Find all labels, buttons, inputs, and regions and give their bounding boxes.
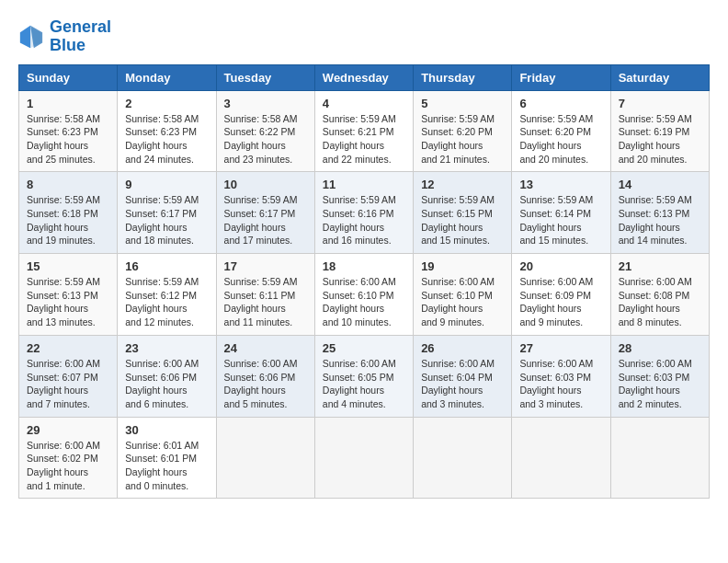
cell-content: Sunrise: 5:59 AM Sunset: 6:16 PM Dayligh… — [323, 193, 405, 247]
cell-content: Sunrise: 6:00 AM Sunset: 6:03 PM Dayligh… — [619, 357, 701, 411]
cell-content: Sunrise: 6:00 AM Sunset: 6:06 PM Dayligh… — [125, 357, 208, 411]
calendar-cell: 16 Sunrise: 5:59 AM Sunset: 6:12 PM Dayl… — [118, 254, 216, 336]
calendar-cell — [610, 417, 709, 499]
cell-content: Sunrise: 5:59 AM Sunset: 6:15 PM Dayligh… — [421, 193, 504, 247]
calendar-cell: 19 Sunrise: 6:00 AM Sunset: 6:10 PM Dayl… — [414, 254, 512, 336]
day-number: 12 — [421, 178, 504, 191]
day-number: 26 — [421, 341, 504, 355]
cell-content: Sunrise: 6:00 AM Sunset: 6:03 PM Dayligh… — [519, 357, 602, 411]
day-number: 2 — [125, 97, 208, 110]
cell-content: Sunrise: 6:00 AM Sunset: 6:08 PM Dayligh… — [619, 275, 701, 329]
calendar-cell — [314, 417, 413, 499]
calendar-cell: 10 Sunrise: 5:59 AM Sunset: 6:17 PM Dayl… — [216, 172, 314, 254]
calendar-cell — [512, 417, 610, 499]
calendar-cell: 9 Sunrise: 5:59 AM Sunset: 6:17 PM Dayli… — [118, 172, 216, 254]
calendar-body: 1 Sunrise: 5:58 AM Sunset: 6:23 PM Dayli… — [19, 90, 710, 499]
weekday-tuesday: Tuesday — [216, 64, 314, 90]
calendar-cell: 27 Sunrise: 6:00 AM Sunset: 6:03 PM Dayl… — [512, 335, 610, 417]
logo-text: General Blue — [50, 18, 111, 55]
cell-content: Sunrise: 5:59 AM Sunset: 6:13 PM Dayligh… — [27, 275, 109, 329]
cell-content: Sunrise: 6:00 AM Sunset: 6:02 PM Dayligh… — [27, 439, 109, 493]
calendar-cell: 11 Sunrise: 5:59 AM Sunset: 6:16 PM Dayl… — [314, 172, 413, 254]
day-number: 24 — [224, 341, 307, 355]
calendar-cell: 20 Sunrise: 6:00 AM Sunset: 6:09 PM Dayl… — [512, 254, 610, 336]
day-number: 23 — [125, 341, 208, 355]
calendar-cell: 29 Sunrise: 6:00 AM Sunset: 6:02 PM Dayl… — [19, 417, 118, 499]
day-number: 11 — [323, 178, 405, 191]
weekday-wednesday: Wednesday — [314, 64, 413, 90]
cell-content: Sunrise: 5:59 AM Sunset: 6:19 PM Dayligh… — [619, 112, 701, 167]
calendar-cell: 6 Sunrise: 5:59 AM Sunset: 6:20 PM Dayli… — [512, 90, 610, 172]
calendar-cell: 7 Sunrise: 5:59 AM Sunset: 6:19 PM Dayli… — [610, 90, 709, 172]
weekday-monday: Monday — [118, 64, 216, 90]
calendar-cell: 3 Sunrise: 5:58 AM Sunset: 6:22 PM Dayli… — [216, 90, 314, 172]
logo-icon — [18, 24, 44, 50]
cell-content: Sunrise: 5:59 AM Sunset: 6:12 PM Dayligh… — [125, 275, 208, 329]
calendar-week-2: 8 Sunrise: 5:59 AM Sunset: 6:18 PM Dayli… — [19, 172, 710, 254]
calendar-cell: 18 Sunrise: 6:00 AM Sunset: 6:10 PM Dayl… — [314, 254, 413, 336]
day-number: 27 — [519, 341, 602, 355]
day-number: 6 — [519, 97, 602, 110]
calendar-cell: 12 Sunrise: 5:59 AM Sunset: 6:15 PM Dayl… — [414, 172, 512, 254]
cell-content: Sunrise: 6:00 AM Sunset: 6:06 PM Dayligh… — [224, 357, 307, 411]
cell-content: Sunrise: 5:58 AM Sunset: 6:22 PM Dayligh… — [224, 112, 307, 167]
calendar-cell: 2 Sunrise: 5:58 AM Sunset: 6:23 PM Dayli… — [118, 90, 216, 172]
cell-content: Sunrise: 6:00 AM Sunset: 6:04 PM Dayligh… — [421, 357, 504, 411]
calendar-cell: 15 Sunrise: 5:59 AM Sunset: 6:13 PM Dayl… — [19, 254, 118, 336]
calendar-cell — [216, 417, 314, 499]
calendar-week-1: 1 Sunrise: 5:58 AM Sunset: 6:23 PM Dayli… — [19, 90, 710, 172]
weekday-sunday: Sunday — [19, 64, 118, 90]
cell-content: Sunrise: 5:59 AM Sunset: 6:20 PM Dayligh… — [519, 112, 602, 167]
calendar-cell: 1 Sunrise: 5:58 AM Sunset: 6:23 PM Dayli… — [19, 90, 118, 172]
cell-content: Sunrise: 6:00 AM Sunset: 6:10 PM Dayligh… — [323, 275, 405, 329]
calendar-cell: 14 Sunrise: 5:59 AM Sunset: 6:13 PM Dayl… — [610, 172, 709, 254]
cell-content: Sunrise: 5:58 AM Sunset: 6:23 PM Dayligh… — [125, 112, 208, 167]
svg-marker-2 — [20, 26, 30, 48]
weekday-saturday: Saturday — [610, 64, 709, 90]
day-number: 13 — [519, 178, 602, 191]
cell-content: Sunrise: 5:59 AM Sunset: 6:20 PM Dayligh… — [421, 112, 504, 167]
day-number: 15 — [27, 259, 109, 273]
day-number: 22 — [27, 341, 109, 355]
day-number: 1 — [27, 97, 109, 110]
cell-content: Sunrise: 6:00 AM Sunset: 6:05 PM Dayligh… — [323, 357, 405, 411]
cell-content: Sunrise: 6:00 AM Sunset: 6:07 PM Dayligh… — [27, 357, 109, 411]
day-number: 20 — [519, 259, 602, 273]
cell-content: Sunrise: 6:01 AM Sunset: 6:01 PM Dayligh… — [125, 439, 208, 493]
calendar-cell: 5 Sunrise: 5:59 AM Sunset: 6:20 PM Dayli… — [414, 90, 512, 172]
cell-content: Sunrise: 5:59 AM Sunset: 6:17 PM Dayligh… — [224, 193, 307, 247]
cell-content: Sunrise: 5:58 AM Sunset: 6:23 PM Dayligh… — [27, 112, 109, 167]
calendar-cell: 22 Sunrise: 6:00 AM Sunset: 6:07 PM Dayl… — [19, 335, 118, 417]
cell-content: Sunrise: 5:59 AM Sunset: 6:21 PM Dayligh… — [323, 112, 405, 167]
cell-content: Sunrise: 6:00 AM Sunset: 6:10 PM Dayligh… — [421, 275, 504, 329]
day-number: 8 — [27, 178, 109, 191]
calendar-cell: 4 Sunrise: 5:59 AM Sunset: 6:21 PM Dayli… — [314, 90, 413, 172]
calendar-cell: 28 Sunrise: 6:00 AM Sunset: 6:03 PM Dayl… — [610, 335, 709, 417]
day-number: 5 — [421, 97, 504, 110]
calendar-cell: 30 Sunrise: 6:01 AM Sunset: 6:01 PM Dayl… — [118, 417, 216, 499]
calendar-cell: 24 Sunrise: 6:00 AM Sunset: 6:06 PM Dayl… — [216, 335, 314, 417]
calendar-week-5: 29 Sunrise: 6:00 AM Sunset: 6:02 PM Dayl… — [19, 417, 710, 499]
calendar-cell: 26 Sunrise: 6:00 AM Sunset: 6:04 PM Dayl… — [414, 335, 512, 417]
calendar-cell: 25 Sunrise: 6:00 AM Sunset: 6:05 PM Dayl… — [314, 335, 413, 417]
cell-content: Sunrise: 5:59 AM Sunset: 6:18 PM Dayligh… — [27, 193, 109, 247]
day-number: 30 — [125, 423, 208, 437]
cell-content: Sunrise: 5:59 AM Sunset: 6:14 PM Dayligh… — [519, 193, 602, 247]
calendar-cell: 21 Sunrise: 6:00 AM Sunset: 6:08 PM Dayl… — [610, 254, 709, 336]
weekday-friday: Friday — [512, 64, 610, 90]
calendar-cell: 8 Sunrise: 5:59 AM Sunset: 6:18 PM Dayli… — [19, 172, 118, 254]
calendar-table: SundayMondayTuesdayWednesdayThursdayFrid… — [18, 64, 710, 500]
weekday-header-row: SundayMondayTuesdayWednesdayThursdayFrid… — [19, 64, 710, 90]
day-number: 25 — [323, 341, 405, 355]
calendar-cell: 17 Sunrise: 5:59 AM Sunset: 6:11 PM Dayl… — [216, 254, 314, 336]
cell-content: Sunrise: 6:00 AM Sunset: 6:09 PM Dayligh… — [519, 275, 602, 329]
cell-content: Sunrise: 5:59 AM Sunset: 6:17 PM Dayligh… — [125, 193, 208, 247]
calendar-week-3: 15 Sunrise: 5:59 AM Sunset: 6:13 PM Dayl… — [19, 254, 710, 336]
day-number: 28 — [619, 341, 701, 355]
page-header: General Blue — [18, 18, 710, 55]
day-number: 9 — [125, 178, 208, 191]
day-number: 29 — [27, 423, 109, 437]
calendar-cell: 23 Sunrise: 6:00 AM Sunset: 6:06 PM Dayl… — [118, 335, 216, 417]
day-number: 4 — [323, 97, 405, 110]
calendar-week-4: 22 Sunrise: 6:00 AM Sunset: 6:07 PM Dayl… — [19, 335, 710, 417]
